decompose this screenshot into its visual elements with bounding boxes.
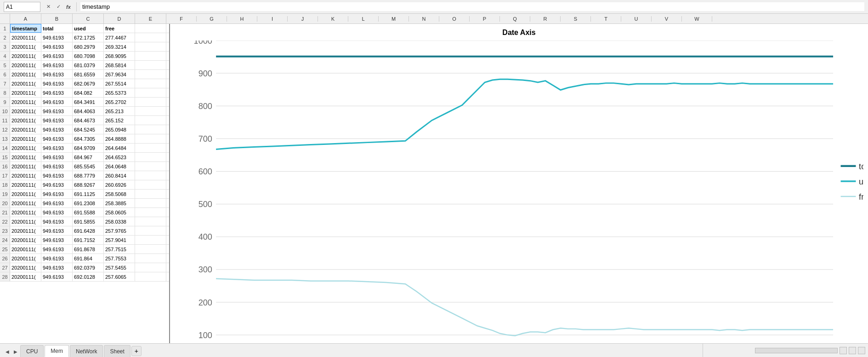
cell-e22[interactable]	[135, 217, 166, 226]
cell-e28[interactable]	[135, 272, 166, 281]
cell-b26[interactable]: 949.6193	[41, 254, 73, 263]
cell-b1[interactable]: total	[41, 24, 73, 33]
cell-e10[interactable]	[135, 107, 166, 115]
cell-a14[interactable]: 20200111(	[10, 144, 41, 152]
cell-b25[interactable]: 949.6193	[41, 245, 73, 253]
cell-d21[interactable]: 258.0605	[104, 208, 135, 217]
cell-c28[interactable]: 692.0128	[73, 272, 104, 281]
cell-e21[interactable]	[135, 208, 166, 217]
cell-d2[interactable]: 277.4467	[104, 33, 135, 42]
cell-d4[interactable]: 268.9095	[104, 52, 135, 60]
col-header-f[interactable]: F	[166, 16, 197, 22]
cell-c14[interactable]: 684.9709	[73, 144, 104, 152]
cell-d5[interactable]: 268.5814	[104, 61, 135, 69]
cell-e7[interactable]	[135, 79, 166, 88]
cell-a9[interactable]: 20200111(	[10, 98, 41, 106]
col-header-j[interactable]: J	[288, 16, 318, 22]
col-header-q[interactable]: Q	[500, 16, 530, 22]
cell-d27[interactable]: 257.5455	[104, 263, 135, 272]
cell-b20[interactable]: 949.6193	[41, 199, 73, 207]
cell-a17[interactable]: 20200111(	[10, 171, 41, 180]
cell-d28[interactable]: 257.6065	[104, 272, 135, 281]
cell-b5[interactable]: 949.6193	[41, 61, 73, 69]
cell-a20[interactable]: 20200111(	[10, 199, 41, 207]
cell-a24[interactable]: 20200111(	[10, 236, 41, 244]
col-header-k[interactable]: K	[318, 16, 348, 22]
cell-a7[interactable]: 20200111(	[10, 79, 41, 88]
cell-c11[interactable]: 684.4673	[73, 116, 104, 125]
cell-b21[interactable]: 949.6193	[41, 208, 73, 217]
cell-e11[interactable]	[135, 116, 166, 125]
cell-d16[interactable]: 264.0648	[104, 162, 135, 171]
cell-c12[interactable]: 684.5245	[73, 125, 104, 134]
cell-d9[interactable]: 265.2702	[104, 98, 135, 106]
cell-b28[interactable]: 949.6193	[41, 272, 73, 281]
col-header-s[interactable]: S	[561, 16, 591, 22]
col-header-p[interactable]: P	[470, 16, 500, 22]
cell-c22[interactable]: 691.5855	[73, 217, 104, 226]
cell-b7[interactable]: 949.6193	[41, 79, 73, 88]
cell-d8[interactable]: 265.5373	[104, 88, 135, 97]
page-break-btn[interactable]	[858, 347, 865, 354]
formula-input[interactable]: timestamp	[80, 2, 864, 11]
cell-b18[interactable]: 949.6193	[41, 180, 73, 189]
cancel-formula-btn[interactable]: ✕	[44, 3, 52, 11]
cell-c19[interactable]: 691.1125	[73, 190, 104, 198]
cell-a11[interactable]: 20200111(	[10, 116, 41, 125]
cell-a5[interactable]: 20200111(	[10, 61, 41, 69]
cell-d12[interactable]: 265.0948	[104, 125, 135, 134]
cell-e14[interactable]	[135, 144, 166, 152]
cell-b16[interactable]: 949.6193	[41, 162, 73, 171]
tab-network[interactable]: NetWork	[70, 345, 103, 357]
cell-c27[interactable]: 692.0379	[73, 263, 104, 272]
cell-c9[interactable]: 684.3491	[73, 98, 104, 106]
tab-cpu[interactable]: CPU	[20, 345, 44, 357]
cell-a18[interactable]: 20200111(	[10, 180, 41, 189]
name-box[interactable]: A1	[4, 2, 40, 12]
cell-a13[interactable]: 20200111(	[10, 134, 41, 143]
cell-a1[interactable]: timestamp	[10, 24, 41, 33]
cell-e1[interactable]	[135, 24, 166, 33]
cell-a15[interactable]: 20200111(	[10, 153, 41, 161]
cell-e8[interactable]	[135, 88, 166, 97]
tab-mem[interactable]: Mem	[45, 345, 69, 357]
normal-view-btn[interactable]	[840, 347, 847, 354]
cell-d24[interactable]: 257.9041	[104, 236, 135, 244]
cell-d19[interactable]: 258.5068	[104, 190, 135, 198]
scroll-tabs-left-btn[interactable]: ◀	[4, 347, 11, 356]
cell-a19[interactable]: 20200111(	[10, 190, 41, 198]
cell-d17[interactable]: 260.8414	[104, 171, 135, 180]
cell-c15[interactable]: 684.967	[73, 153, 104, 161]
cell-c5[interactable]: 681.0379	[73, 61, 104, 69]
col-header-l[interactable]: L	[348, 16, 379, 22]
cell-e4[interactable]	[135, 52, 166, 60]
tab-sheet[interactable]: Sheet	[104, 345, 130, 357]
cell-d26[interactable]: 257.7553	[104, 254, 135, 263]
cell-e26[interactable]	[135, 254, 166, 263]
cell-e9[interactable]	[135, 98, 166, 106]
col-header-c[interactable]: C	[73, 14, 104, 23]
add-tab-btn[interactable]: +	[131, 346, 142, 356]
cell-c16[interactable]: 685.5545	[73, 162, 104, 171]
cell-c10[interactable]: 684.4063	[73, 107, 104, 115]
col-header-d[interactable]: D	[104, 14, 135, 23]
cell-c13[interactable]: 684.7305	[73, 134, 104, 143]
cell-b27[interactable]: 949.6193	[41, 263, 73, 272]
cell-b12[interactable]: 949.6193	[41, 125, 73, 134]
col-header-g[interactable]: G	[197, 16, 227, 22]
cell-a4[interactable]: 20200111(	[10, 52, 41, 60]
cell-a3[interactable]: 20200111(	[10, 42, 41, 51]
cell-d6[interactable]: 267.9634	[104, 70, 135, 79]
cell-b19[interactable]: 949.6193	[41, 190, 73, 198]
cell-c21[interactable]: 691.5588	[73, 208, 104, 217]
col-header-o[interactable]: O	[439, 16, 470, 22]
cell-b17[interactable]: 949.6193	[41, 171, 73, 180]
cell-d18[interactable]: 260.6926	[104, 180, 135, 189]
cell-c2[interactable]: 672.1725	[73, 33, 104, 42]
col-header-t[interactable]: T	[591, 16, 621, 22]
cell-c7[interactable]: 682.0679	[73, 79, 104, 88]
cell-b8[interactable]: 949.6193	[41, 88, 73, 97]
cell-a22[interactable]: 20200111(	[10, 217, 41, 226]
cell-b4[interactable]: 949.6193	[41, 52, 73, 60]
col-header-e[interactable]: E	[135, 14, 166, 23]
